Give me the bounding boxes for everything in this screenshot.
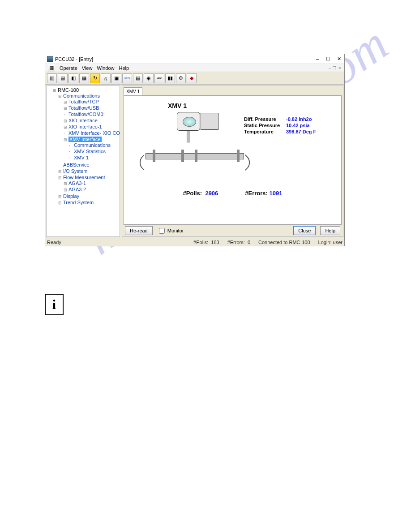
app-window: PCCU32 - [Entry] – ☐ ✕ ▦ Operate View Wi…	[45, 54, 345, 246]
app-icon	[47, 56, 53, 62]
sp-value: 10.42 psia	[286, 123, 310, 128]
tree-root[interactable]: RMC-100	[58, 87, 79, 93]
status-login: Login: user	[318, 240, 342, 245]
tree-xmv-communications[interactable]: Communications	[74, 142, 111, 148]
junction-box-icon	[201, 113, 218, 130]
body-split: RMC-100 Communications Totalflow/TCP Tot…	[45, 85, 344, 238]
tab-xmv1[interactable]: XMV 1	[124, 87, 142, 95]
toolbar-refresh-button[interactable]: ↻	[90, 73, 100, 83]
window-maximize-button[interactable]: ☐	[325, 56, 332, 62]
monitor-checkbox-input[interactable]	[159, 228, 165, 234]
menu-view[interactable]: View	[82, 65, 93, 71]
status-bar: Ready #Polls: 183 #Errors: 0 Connected t…	[45, 238, 344, 246]
toolbar: ▥ ▤ ◧ ▦ ↻ ⎌ ▣ MB ▤ ◉ Arc ▮▮ ⚙ ◆	[45, 72, 344, 85]
toolbar-button-7[interactable]: ▣	[111, 73, 121, 83]
flange-icon	[153, 150, 155, 162]
sp-label: Static Pressure	[244, 123, 286, 128]
tree-aga3-2[interactable]: AGA3-2	[68, 187, 86, 192]
tree-communications[interactable]: Communications	[63, 93, 100, 99]
monitor-label: Monitor	[167, 228, 184, 233]
help-button[interactable]: Help	[320, 226, 340, 235]
counts-row: #Polls: 2906 #Errors: 1091	[128, 190, 338, 197]
window-title: PCCU32 - [Entry]	[55, 56, 93, 62]
toolbar-button-4[interactable]: ▦	[79, 73, 89, 83]
polls-label: #Polls:	[183, 190, 202, 197]
toolbar-button-10[interactable]: ◉	[144, 73, 154, 83]
status-ready: Ready	[47, 240, 61, 245]
polls-value: 2906	[205, 190, 218, 197]
tree-xmv-1[interactable]: XMV 1	[74, 155, 89, 160]
status-errors-label: #Errors:	[227, 240, 245, 245]
monitor-checkbox[interactable]: Monitor	[157, 227, 184, 235]
tree-xmv-statistics[interactable]: XMV Statistics	[74, 149, 106, 154]
titlebar: PCCU32 - [Entry] – ☐ ✕	[45, 54, 344, 64]
window-minimize-button[interactable]: –	[314, 56, 321, 62]
tree-display[interactable]: Display	[63, 193, 79, 199]
toolbar-mb-button[interactable]: MB	[122, 73, 132, 83]
tree-io-system[interactable]: I/O System	[63, 168, 87, 174]
toolbar-setup-button[interactable]: ⚙	[176, 73, 186, 83]
dp-label: Diff. Pressure	[244, 116, 286, 122]
toolbar-button-6[interactable]: ⎌	[101, 73, 111, 83]
measurements: Diff. Pressure-0.82 inh2o Static Pressur…	[244, 116, 316, 135]
flange-icon	[181, 150, 184, 162]
tree-xmv-interface[interactable]: XMV Interface	[68, 137, 102, 142]
reread-button[interactable]: Re-read	[125, 226, 153, 235]
menu-help[interactable]: Help	[119, 65, 129, 71]
xmv-title: XMV 1	[168, 102, 338, 109]
nav-tree[interactable]: RMC-100 Communications Totalflow/TCP Tot…	[46, 86, 120, 237]
errors-label: #Errors:	[245, 190, 268, 197]
window-close-button[interactable]: ✕	[335, 56, 342, 62]
status-polls-label: #Polls:	[193, 240, 208, 245]
info-icon: i	[45, 294, 64, 315]
tree-totalflow-com0[interactable]: Totalflow/COM0:	[68, 112, 105, 117]
tree-trend-system[interactable]: Trend System	[63, 200, 94, 205]
transmitter-icon	[177, 112, 200, 131]
flange-icon	[195, 150, 197, 162]
tree-aga3-1[interactable]: AGA3-1	[68, 180, 86, 186]
tree-xio-interface-1[interactable]: XIO Interface-1	[68, 124, 102, 129]
content-area: XMV 1 Diff. Pres	[124, 95, 342, 225]
status-errors-value: 0	[248, 240, 250, 245]
tree-xmv-interface-xio[interactable]: XMV Interface- XIO COM2	[68, 130, 120, 136]
tree-abbservice[interactable]: ABBService	[63, 162, 90, 167]
menu-operate[interactable]: Operate	[60, 65, 77, 71]
toolbar-button-12[interactable]: ▮▮	[165, 73, 175, 83]
doc-restore-button[interactable]: ❐	[333, 66, 336, 70]
doc-minimize-button[interactable]: –	[329, 66, 331, 70]
doc-close-button[interactable]: ✕	[338, 66, 342, 70]
menu-window[interactable]: Window	[97, 65, 114, 71]
tree-flow-measurement[interactable]: Flow Measurement	[63, 175, 105, 180]
toolbar-button-3[interactable]: ◧	[68, 73, 78, 83]
status-connected: Connected to RMC-100	[258, 240, 310, 245]
toolbar-button-1[interactable]: ▥	[47, 73, 57, 83]
button-bar: Re-read Monitor Close Help	[122, 225, 343, 236]
stem-icon	[187, 131, 190, 142]
device-drawing	[128, 112, 244, 184]
toolbar-button-2[interactable]: ▤	[58, 73, 68, 83]
dp-value: -0.82 inh2o	[286, 116, 312, 122]
toolbar-help-button[interactable]: ◆	[187, 73, 197, 83]
toolbar-archive-button[interactable]: Arc	[154, 73, 164, 83]
temp-value: 398.87 Deg F	[286, 129, 316, 134]
toolbar-button-9[interactable]: ▤	[133, 73, 143, 83]
tree-totalflow-tcp[interactable]: Totalflow/TCP	[68, 99, 99, 104]
temp-label: Temperature	[244, 129, 286, 134]
errors-value: 1091	[270, 190, 283, 197]
tree-totalflow-usb[interactable]: Totalflow/USB	[68, 105, 99, 111]
tree-xio-interface[interactable]: XIO Interface	[68, 118, 98, 123]
close-button[interactable]: Close	[293, 226, 316, 235]
menubar: ▦ Operate View Window Help – ❐ ✕	[45, 64, 344, 72]
menu-icon: ▦	[48, 64, 55, 72]
status-polls-value: 183	[211, 240, 219, 245]
main-panel: XMV 1 XMV 1	[122, 86, 343, 237]
